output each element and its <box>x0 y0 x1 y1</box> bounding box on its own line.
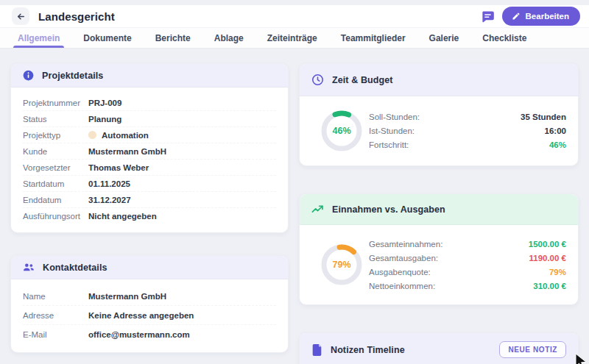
tab-galerie[interactable]: Galerie <box>429 28 459 48</box>
stat-row: Gesamteinnahmen:1500.00 € <box>369 237 566 251</box>
detail-row: Enddatum31.12.2027 <box>23 192 276 208</box>
project-type-dot <box>88 131 96 139</box>
topbar-actions: Bearbeiten <box>481 7 580 26</box>
stat-value: 16:00 <box>545 126 566 135</box>
pencil-icon <box>512 12 521 21</box>
detail-label: Ausführungsort <box>23 212 88 221</box>
stat-value: 46% <box>549 140 566 149</box>
tab-zeitsintraege[interactable]: Zeiteinträge <box>267 28 317 48</box>
detail-label: Status <box>23 115 88 124</box>
stat-value: 1500.00 € <box>529 240 566 249</box>
content-area: Projektdetails ProjektnummerPRJ-009 Stat… <box>0 49 589 364</box>
detail-row: AdresseKeine Adresse angegeben <box>23 306 276 325</box>
stat-label: Gesamteinnahmen: <box>369 240 442 249</box>
edit-button[interactable]: Bearbeiten <box>502 7 580 26</box>
back-button[interactable] <box>12 7 29 25</box>
detail-row: KundeMustermann GmbH <box>23 143 276 160</box>
detail-label: Startdatum <box>23 179 88 188</box>
stat-row: Gesamtausgaben:1190.00 € <box>369 251 566 265</box>
card-title: Kontaktdetails <box>43 263 107 273</box>
notes-timeline-card: Notizen Timeline NEUE NOTIZ <box>299 332 579 364</box>
detail-value: 01.11.2025 <box>88 179 130 188</box>
stat-value: 79% <box>549 268 566 276</box>
app-screen: Landesgericht Bearbeiten Allgemein Dokum… <box>0 0 589 364</box>
income-expense-header: Einnahmen vs. Ausgaben <box>300 194 578 225</box>
page-title: Landesgericht <box>38 10 115 23</box>
stat-label: Gesamtausgaben: <box>369 254 438 263</box>
info-icon <box>23 70 34 81</box>
stat-row: Fortschritt:46% <box>369 138 566 152</box>
detail-row: E-Mailoffice@mustermann.com <box>23 325 276 343</box>
detail-value: Planung <box>88 115 121 124</box>
detail-value: Keine Adresse angegeben <box>88 311 194 320</box>
tab-checkliste[interactable]: Checkliste <box>482 28 526 48</box>
mouse-cursor <box>574 353 589 364</box>
stat-label: Ist-Stunden: <box>369 126 415 135</box>
stat-value: 1190.00 € <box>529 254 566 263</box>
detail-row: NameMustermann GmbH <box>23 287 276 306</box>
detail-value: Thomas Weber <box>88 163 149 172</box>
detail-label: Name <box>23 292 88 301</box>
project-type-label: Automation <box>102 131 149 140</box>
detail-value: office@mustermann.com <box>88 330 190 339</box>
detail-label: Projektnummer <box>23 99 88 107</box>
card-title: Notizen Timeline <box>331 345 405 355</box>
stat-row: Nettoeinkommen:310.00 € <box>369 279 566 293</box>
card-title: Projektdetails <box>42 71 103 81</box>
stat-label: Soll-Stunden: <box>369 113 420 121</box>
tab-bar: Allgemein Dokumente Berichte Ablage Zeit… <box>0 28 589 49</box>
left-column: Projektdetails ProjektnummerPRJ-009 Stat… <box>10 63 289 353</box>
tab-dokumente[interactable]: Dokumente <box>83 28 131 48</box>
stat-row: Ausgabenquote:79% <box>369 265 566 279</box>
detail-label: Adresse <box>23 311 88 320</box>
time-budget-card: Zeit & Budget 46% Soll-Stunden:35 Stunde… <box>299 63 579 166</box>
stat-row: Ist-Stunden:16:00 <box>369 124 566 138</box>
detail-row: Startdatum01.11.2025 <box>23 176 276 192</box>
new-note-button[interactable]: NEUE NOTIZ <box>499 341 566 358</box>
users-icon <box>23 262 35 273</box>
edit-button-label: Bearbeiten <box>526 12 569 21</box>
project-details-body: ProjektnummerPRJ-009 StatusPlanung Proje… <box>11 88 288 232</box>
detail-row: VorgesetzterThomas Weber <box>23 160 276 176</box>
trending-up-icon <box>311 204 324 215</box>
stat-label: Fortschritt: <box>369 140 409 149</box>
tab-allgemein[interactable]: Allgemein <box>18 28 60 48</box>
income-expense-card: Einnahmen vs. Ausgaben 79% Gesamteinnahm… <box>299 193 579 305</box>
right-column: Zeit & Budget 46% Soll-Stunden:35 Stunde… <box>299 63 579 364</box>
arrow-left-icon <box>16 12 26 21</box>
detail-label: Kunde <box>23 147 88 156</box>
stat-row: Soll-Stunden:35 Stunden <box>369 110 566 124</box>
detail-row: ProjektnummerPRJ-009 <box>23 95 276 111</box>
notes-timeline-header: Notizen Timeline NEUE NOTIZ <box>300 333 578 364</box>
tab-teammitglieder[interactable]: Teammitglieder <box>341 28 406 48</box>
stat-label: Ausgabenquote: <box>369 268 431 276</box>
tab-berichte[interactable]: Berichte <box>155 28 191 48</box>
detail-label: Projekttyp <box>23 131 88 140</box>
detail-label: Enddatum <box>23 196 88 204</box>
card-title: Einnahmen vs. Ausgaben <box>332 204 445 215</box>
chat-button[interactable] <box>481 10 495 24</box>
chat-icon <box>481 10 495 24</box>
time-budget-stats: Soll-Stunden:35 Stunden Ist-Stunden:16:0… <box>369 110 566 152</box>
project-details-card: Projektdetails ProjektnummerPRJ-009 Stat… <box>10 63 289 233</box>
detail-value: Automation <box>88 131 149 140</box>
income-expense-body: 79% Gesamteinnahmen:1500.00 € Gesamtausg… <box>300 225 578 304</box>
detail-label: E-Mail <box>23 330 88 339</box>
contact-details-header: Kontaktdetails <box>11 256 288 279</box>
top-strip <box>0 0 589 5</box>
contact-details-body: NameMustermann GmbH AdresseKeine Adresse… <box>11 279 288 352</box>
card-title: Zeit & Budget <box>332 75 393 85</box>
stat-label: Nettoeinkommen: <box>369 282 435 290</box>
expense-ratio-donut: 79% <box>320 243 363 286</box>
time-budget-header: Zeit & Budget <box>300 64 578 96</box>
detail-value: 31.12.2027 <box>88 196 131 204</box>
detail-value: Mustermann GmbH <box>88 147 166 156</box>
income-expense-stats: Gesamteinnahmen:1500.00 € Gesamtausgaben… <box>369 237 566 293</box>
detail-row: StatusPlanung <box>23 111 276 127</box>
detail-value: Nicht angegeben <box>88 212 157 221</box>
project-details-header: Projektdetails <box>11 64 288 88</box>
donut-percent-label: 46% <box>320 110 363 152</box>
stat-value: 310.00 € <box>533 282 566 290</box>
clock-icon <box>311 74 324 86</box>
tab-ablage[interactable]: Ablage <box>214 28 244 48</box>
